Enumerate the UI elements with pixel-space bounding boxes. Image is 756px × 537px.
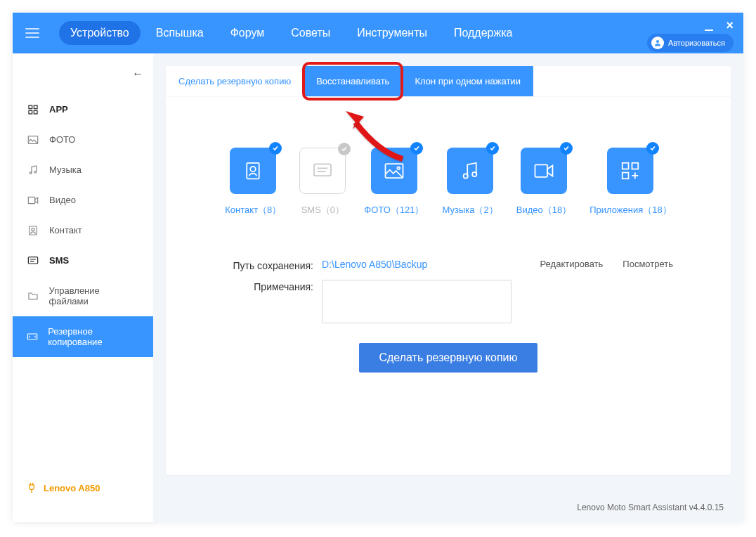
svg-point-14	[251, 167, 256, 172]
sidebar-item-files[interactable]: Управление файлами	[13, 276, 153, 316]
svg-rect-13	[247, 163, 260, 179]
edit-link[interactable]: Редактировать	[540, 259, 604, 269]
sidebar-item-music[interactable]: Музыка	[13, 155, 153, 185]
panel: Сделать резервную копию Восстанавливать …	[166, 66, 731, 475]
card-music[interactable]: Музыка（2）	[443, 148, 498, 216]
svg-rect-4	[34, 110, 37, 114]
svg-point-10	[32, 228, 34, 231]
titlebar: Устройство Вспышка Форум Советы Инструме…	[13, 13, 743, 53]
backup-icon	[27, 332, 38, 342]
grid-icon	[27, 105, 39, 115]
sidebar-item-label: Управление файлами	[49, 285, 139, 306]
check-icon	[410, 142, 423, 155]
version-footer: Lenovo Moto Smart Assistant v4.4.0.15	[577, 503, 724, 512]
content-area: Сделать резервную копию Восстанавливать …	[153, 53, 743, 522]
make-backup-button[interactable]: Сделать резервную копию	[359, 343, 537, 373]
device-indicator[interactable]: Lenovo A850	[27, 481, 100, 494]
sidebar: ← APP ФОТО Музыка Видео	[13, 53, 153, 522]
sidebar-item-app[interactable]: APP	[13, 94, 153, 124]
path-value: D:\Lenovo A850\Backup	[322, 259, 427, 270]
subtab-restore[interactable]: Восстанавливать	[304, 66, 402, 96]
backup-form: Путь сохранения: D:\Lenovo A850\Backup Р…	[223, 259, 673, 323]
check-icon	[269, 142, 282, 155]
menu-icon[interactable]	[25, 28, 39, 38]
sidebar-item-contact[interactable]: Контакт	[13, 215, 153, 245]
contact-icon	[27, 226, 39, 235]
sidebar-item-label: Музыка	[49, 164, 82, 175]
video-icon	[27, 195, 39, 205]
svg-rect-3	[29, 110, 32, 114]
notes-input[interactable]	[322, 280, 511, 323]
minimize-icon[interactable]	[705, 30, 713, 31]
nav-forum[interactable]: Форум	[219, 21, 276, 45]
sidebar-item-photo[interactable]: ФОТО	[13, 124, 153, 155]
category-cards: Контакт（8） SMS（0） ФО	[166, 148, 731, 216]
nav-flash[interactable]: Вспышка	[145, 21, 215, 45]
svg-rect-2	[34, 105, 37, 109]
nav-support[interactable]: Поддержка	[443, 21, 523, 45]
back-icon[interactable]: ←	[132, 67, 143, 80]
sidebar-item-label: Резервное копирование	[48, 326, 139, 347]
sms-icon	[27, 256, 39, 266]
notes-label: Примечания:	[223, 280, 322, 292]
photo-icon	[27, 135, 39, 145]
sidebar-item-label: SMS	[49, 255, 69, 266]
svg-rect-15	[314, 164, 331, 176]
svg-rect-23	[623, 173, 629, 179]
check-icon	[338, 143, 351, 155]
card-apps[interactable]: Приложения（18）	[589, 148, 672, 216]
path-label: Путь сохранения:	[223, 259, 322, 271]
music-icon	[460, 160, 481, 181]
svg-point-7	[34, 171, 37, 173]
photo-icon	[384, 162, 405, 180]
sidebar-item-video[interactable]: Видео	[13, 185, 153, 215]
svg-rect-12	[27, 334, 37, 339]
sidebar-item-label: Видео	[49, 195, 76, 205]
check-icon	[646, 142, 659, 155]
svg-point-0	[656, 40, 659, 43]
svg-rect-22	[632, 163, 639, 169]
subtab-backup[interactable]: Сделать резервную копию	[166, 66, 304, 96]
contact-icon	[242, 160, 263, 181]
check-icon	[486, 142, 499, 155]
sms-icon	[312, 162, 333, 179]
sidebar-item-label: ФОТО	[49, 134, 75, 145]
nav-tips[interactable]: Советы	[280, 21, 341, 45]
plug-icon	[27, 481, 37, 494]
card-photo[interactable]: ФОТО（121）	[364, 148, 424, 216]
svg-rect-20	[535, 164, 547, 177]
apps-icon	[620, 160, 641, 181]
sidebar-item-backup[interactable]: Резервное копирование	[13, 316, 153, 357]
card-sms[interactable]: SMS（0）	[299, 148, 346, 216]
video-icon	[533, 162, 554, 179]
svg-point-6	[30, 172, 32, 174]
device-name: Lenovo A850	[44, 483, 100, 493]
sidebar-item-label: Контакт	[49, 225, 82, 235]
check-icon	[560, 142, 573, 155]
avatar-icon	[651, 37, 664, 49]
sidebar-item-sms[interactable]: SMS	[13, 245, 153, 276]
card-video[interactable]: Видео（18）	[516, 148, 571, 216]
folder-icon	[27, 291, 39, 301]
main-nav: Устройство Вспышка Форум Советы Инструме…	[59, 21, 523, 45]
sidebar-item-label: APP	[49, 104, 68, 115]
svg-rect-1	[29, 105, 32, 109]
svg-rect-8	[28, 197, 34, 203]
music-icon	[27, 165, 39, 175]
window-controls: ×	[705, 18, 734, 33]
login-label: Авторизоваться	[668, 39, 725, 47]
svg-rect-21	[623, 163, 629, 169]
card-contact[interactable]: Контакт（8）	[225, 148, 281, 216]
close-icon[interactable]: ×	[726, 18, 734, 33]
nav-device[interactable]: Устройство	[59, 21, 141, 45]
login-button[interactable]: Авторизоваться	[647, 34, 734, 52]
view-link[interactable]: Посмотреть	[623, 259, 673, 269]
subtab-clone[interactable]: Клон при одном нажатии	[402, 66, 533, 96]
svg-point-17	[397, 167, 400, 169]
nav-tools[interactable]: Инструменты	[346, 21, 438, 45]
svg-rect-11	[28, 257, 37, 263]
subtabs: Сделать резервную копию Восстанавливать …	[166, 66, 731, 97]
